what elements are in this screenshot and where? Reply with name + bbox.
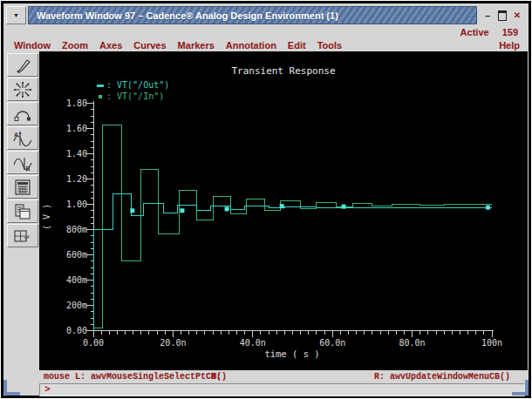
menu-item-curves[interactable]: Curves (133, 40, 166, 51)
mouse-left-binding: mouse L: awvMouseSingleSelectPtCB() (44, 372, 227, 382)
calculator-button[interactable] (7, 175, 38, 199)
y-tick-label: 1.20 (66, 174, 87, 184)
arc-endpoints-button[interactable] (7, 102, 38, 125)
y-axis-label: ( V ) (42, 204, 51, 230)
y-tick-label: 1.80 (66, 98, 87, 108)
datapoint-marker-out[interactable] (280, 204, 284, 208)
x-tick-label: 60.0n (319, 338, 345, 348)
titlebar[interactable]: Waveform Window 97 – Cadence® Analog Des… (28, 6, 477, 24)
x-tick-label: 80.0n (399, 338, 426, 348)
menu-item-window[interactable]: Window (14, 40, 51, 51)
menubar: WindowZoomAxesCurvesMarkersAnnotationEdi… (14, 38, 520, 51)
chevron-down-icon: ▼ (13, 12, 19, 18)
window-title: Waveform Window 97 – Cadence® Analog Des… (37, 10, 338, 21)
snip-graph-button[interactable]: ✂ (7, 224, 38, 247)
legend-label-in: : VT("/In") (106, 91, 164, 101)
datapoint-marker-out[interactable] (341, 205, 345, 209)
mouse-bindings-statusbar: mouse L: awvMouseSingleSelectPtCB() M: R… (39, 370, 526, 383)
y-tick-label: 800m (66, 225, 87, 234)
command-prompt[interactable]: > (39, 383, 525, 396)
trace-out[interactable] (93, 194, 492, 331)
resize-corner-bottom-right[interactable] (512, 380, 529, 396)
y-tick-label: 1.60 (66, 124, 87, 133)
menu-item-annotation[interactable]: Annotation (226, 40, 276, 51)
toolbar: A B (6, 53, 39, 393)
snip-graph-icon: ✂ (12, 227, 33, 245)
copy-graph-button[interactable] (7, 200, 38, 223)
y-tick-label: 1.00 (66, 200, 87, 209)
close-icon: ✕ (514, 10, 521, 20)
menu-item-tools[interactable]: Tools (317, 40, 343, 51)
arc-endpoints-icon (12, 105, 33, 123)
wave-marker-b-button[interactable]: B (7, 151, 38, 174)
active-count: 159 (502, 27, 518, 37)
svg-text:B: B (26, 166, 31, 172)
y-tick-label: 1.40 (66, 149, 87, 159)
probe-pen-icon (12, 57, 33, 74)
maximize-button[interactable] (496, 10, 508, 22)
application-window: ▼ Waveform Window 97 – Cadence® Analog D… (1, 1, 531, 398)
active-label: Active (460, 27, 489, 37)
legend-marker-out (97, 85, 104, 87)
svg-text:A: A (14, 132, 18, 138)
x-tick-label: 100n (481, 338, 502, 348)
window-menu-button[interactable]: ▼ (6, 6, 26, 24)
wave-marker-a-button[interactable]: A (7, 126, 38, 150)
mouse-right-binding: R: awvUpdateWindowMenuCB() (374, 372, 510, 382)
y-tick-label: 600m (66, 250, 87, 260)
resize-corner-bottom-left[interactable] (3, 380, 20, 396)
prompt-chevron: > (44, 384, 51, 395)
plot-axes (86, 101, 494, 337)
plot-title: Transient Response (231, 65, 335, 77)
window-controls: – ✕ (477, 6, 526, 24)
trace-in[interactable] (93, 125, 492, 328)
minimize-button[interactable]: – (481, 10, 494, 22)
close-button[interactable]: ✕ (511, 10, 523, 22)
menu-item-help[interactable]: Help (499, 40, 520, 51)
x-tick-label: 40.0n (240, 338, 266, 348)
active-status-row: Active 159 (460, 27, 518, 37)
probe-pen-button[interactable] (7, 53, 38, 77)
menu-item-markers[interactable]: Markers (178, 40, 215, 51)
datapoint-marker-out[interactable] (225, 206, 229, 211)
wave-marker-a-icon: A (12, 130, 33, 147)
datapoint-marker-out[interactable] (180, 208, 184, 213)
mouse-middle-binding: M: (211, 372, 222, 382)
minimize-icon: – (485, 10, 490, 21)
menu-item-edit[interactable]: Edit (288, 40, 306, 51)
datapoint-marker-out[interactable] (486, 206, 490, 210)
zoom-star-icon (12, 81, 33, 98)
plot-canvas[interactable]: 0.00200m400m600m800m1.001.201.401.601.80… (39, 51, 528, 370)
y-tick-label: 0.00 (66, 326, 87, 335)
legend-marker-in (99, 95, 102, 98)
legend-label-out: : VT("/Out") (106, 80, 169, 90)
titlebar-row: ▼ Waveform Window 97 – Cadence® Analog D… (6, 6, 526, 24)
x-axis-label: time ( s ) (264, 348, 319, 359)
x-tick-label: 0.00 (83, 338, 104, 348)
maximize-icon (498, 10, 507, 21)
calculator-icon (12, 179, 33, 196)
y-tick-label: 200m (66, 301, 87, 310)
wave-marker-b-icon: B (12, 154, 33, 172)
zoom-star-button[interactable] (7, 78, 38, 101)
y-tick-label: 400m (66, 275, 87, 285)
datapoint-marker-out[interactable] (130, 208, 134, 213)
x-tick-label: 20.0n (160, 338, 186, 348)
menu-item-zoom[interactable]: Zoom (62, 40, 88, 51)
copy-graph-icon (12, 203, 33, 220)
menu-item-axes[interactable]: Axes (99, 40, 122, 51)
